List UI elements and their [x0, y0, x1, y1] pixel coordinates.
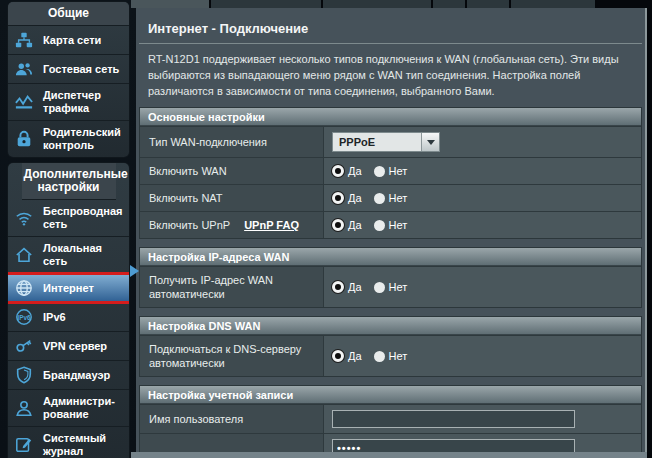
svg-text:IPv6: IPv6 — [18, 314, 31, 321]
sidebar-item-vpn-server[interactable]: VPN сервер — [8, 332, 129, 361]
radio-no[interactable] — [374, 282, 385, 293]
password-input[interactable] — [332, 439, 575, 452]
auto-ip-radio-group: Да Нет — [332, 281, 419, 293]
sidebar-item-label: Родительский контроль — [37, 126, 125, 152]
radio-yes-label: Да — [348, 281, 362, 293]
row-auto-dns: Подключаться к DNS-серверу автоматически… — [140, 335, 641, 376]
row-enable-wan: Включить WAN Да Нет — [140, 157, 641, 184]
router-admin-page: Общие Карта сети Гостевая сеть Диспетчер… — [0, 0, 652, 458]
vpn-key-icon — [15, 337, 37, 355]
tab-segment[interactable] — [467, 0, 509, 8]
radio-no-label: Нет — [389, 192, 408, 204]
radio-yes[interactable] — [332, 165, 344, 177]
sidebar-item-system-log[interactable]: Системный журнал — [8, 427, 129, 458]
section-basic-settings: Основные настройки Тип WAN-подключения P… — [139, 107, 642, 239]
sidebar-item-label: Карта сети — [37, 34, 101, 47]
radio-no-label: Нет — [389, 281, 408, 293]
sidebar-section-title: Дополнительные настройки — [22, 163, 116, 200]
parental-control-lock-icon — [15, 130, 37, 148]
wifi-icon — [15, 209, 37, 227]
sidebar-item-firewall[interactable]: Брандмауэр — [8, 361, 129, 390]
sidebar-item-internet[interactable]: Интернет — [8, 274, 129, 303]
sidebar-item-ipv6[interactable]: IPv6 IPv6 — [8, 303, 129, 332]
enable-wan-radio-group: Да Нет — [332, 165, 419, 177]
chevron-down-icon[interactable] — [421, 133, 439, 151]
section-header: Основные настройки — [140, 108, 641, 126]
tab-segment[interactable] — [131, 0, 209, 8]
sidebar-item-label: Диспетчер трафика — [37, 89, 125, 115]
top-tab-strip — [131, 0, 595, 8]
enable-nat-radio-group: Да Нет — [332, 192, 419, 204]
tab-segment[interactable] — [211, 0, 321, 8]
radio-no[interactable] — [374, 351, 385, 362]
row-enable-upnp: Включить UPnP UPnP FAQ Да Нет — [140, 211, 641, 238]
sidebar-item-guest-network[interactable]: Гостевая сеть — [8, 55, 129, 84]
page-description: RT-N12D1 поддерживает несколько типов по… — [148, 51, 631, 99]
section-header: Настройка IP-адреса WAN — [140, 248, 641, 266]
radio-yes[interactable] — [332, 350, 344, 362]
sidebar-item-lan[interactable]: Локальная сеть — [8, 237, 129, 274]
radio-no[interactable] — [374, 166, 385, 177]
field-label: Включить NAT — [140, 185, 324, 211]
ipv6-globe-icon: IPv6 — [15, 308, 37, 326]
sidebar-item-label: IPv6 — [37, 311, 66, 324]
section-header: Настройка DNS WAN — [140, 317, 641, 335]
sidebar-item-parental-control[interactable]: Родительский контроль — [8, 121, 129, 157]
sidebar-item-traffic-manager[interactable]: Диспетчер трафика — [8, 84, 129, 121]
row-wan-type: Тип WAN-подключения PPPoE — [140, 126, 641, 157]
section-header: Настройка учетной записи — [140, 386, 641, 404]
tab-segment[interactable] — [433, 0, 465, 8]
section-account: Настройка учетной записи Имя пользовател… — [139, 385, 642, 452]
radio-no[interactable] — [374, 193, 385, 204]
sidebar-item-network-map[interactable]: Карта сети — [8, 26, 129, 55]
tab-segment[interactable] — [323, 0, 431, 8]
sidebar-item-label: Системный журнал — [37, 432, 125, 458]
field-label: Пароль — [140, 434, 324, 452]
radio-no[interactable] — [374, 220, 385, 231]
auto-dns-radio-group: Да Нет — [332, 350, 419, 362]
home-icon — [15, 246, 37, 264]
radio-no-label: Нет — [389, 219, 408, 231]
field-label: Включить UPnP — [149, 218, 230, 232]
page-title: Интернет - Подключение — [148, 21, 635, 36]
username-input[interactable] — [332, 410, 575, 428]
shield-icon — [15, 366, 37, 384]
field-label: Имя пользователя — [140, 405, 324, 433]
sidebar-group-general: Общие Карта сети Гостевая сеть Диспетчер… — [8, 2, 129, 157]
sidebar-item-administration[interactable]: Администри- рование — [8, 390, 129, 427]
title-divider — [139, 43, 642, 44]
radio-yes[interactable] — [332, 281, 344, 293]
upnp-faq-link[interactable]: UPnP FAQ — [244, 218, 299, 232]
row-password: Пароль Показать пароль — [140, 433, 641, 452]
section-wan-ip: Настройка IP-адреса WAN Получить IP-адре… — [139, 247, 642, 308]
tab-segment[interactable] — [511, 0, 595, 8]
radio-yes[interactable] — [332, 192, 344, 204]
network-map-icon — [15, 31, 37, 49]
sidebar-item-wireless[interactable]: Беспроводная сеть — [8, 200, 129, 237]
bottom-edge-bar — [131, 452, 647, 458]
field-label: Тип WAN-подключения — [140, 127, 324, 157]
sidebar-item-label: Беспроводная сеть — [37, 205, 125, 231]
active-item-arrow-icon — [130, 265, 139, 277]
row-auto-ip: Получить IP-адрес WAN автоматически Да Н… — [140, 266, 641, 307]
sidebar-group-advanced: Дополнительные настройки Беспроводная се… — [8, 163, 129, 458]
radio-no-label: Нет — [389, 350, 408, 362]
field-label: Получить IP-адрес WAN автоматически — [140, 267, 324, 307]
wan-type-selected-value: PPPoE — [333, 136, 421, 148]
main-panel: Интернет - Подключение RT-N12D1 поддержи… — [136, 8, 647, 452]
sidebar-section-title: Общие — [8, 2, 129, 26]
sidebar: Общие Карта сети Гостевая сеть Диспетчер… — [8, 2, 129, 458]
sidebar-item-label: VPN сервер — [37, 340, 107, 353]
enable-upnp-radio-group: Да Нет — [332, 219, 419, 231]
radio-yes-label: Да — [348, 165, 362, 177]
radio-yes[interactable] — [332, 219, 344, 231]
sidebar-item-label: Администри- рование — [37, 395, 125, 421]
wan-type-select[interactable]: PPPoE — [332, 132, 440, 152]
row-enable-nat: Включить NAT Да Нет — [140, 184, 641, 211]
row-username: Имя пользователя — [140, 404, 641, 433]
section-wan-dns: Настройка DNS WAN Подключаться к DNS-сер… — [139, 316, 642, 377]
log-pencil-icon — [15, 436, 37, 454]
globe-icon — [15, 279, 37, 297]
sidebar-item-label: Гостевая сеть — [37, 63, 119, 76]
field-label: Включить WAN — [140, 158, 324, 184]
